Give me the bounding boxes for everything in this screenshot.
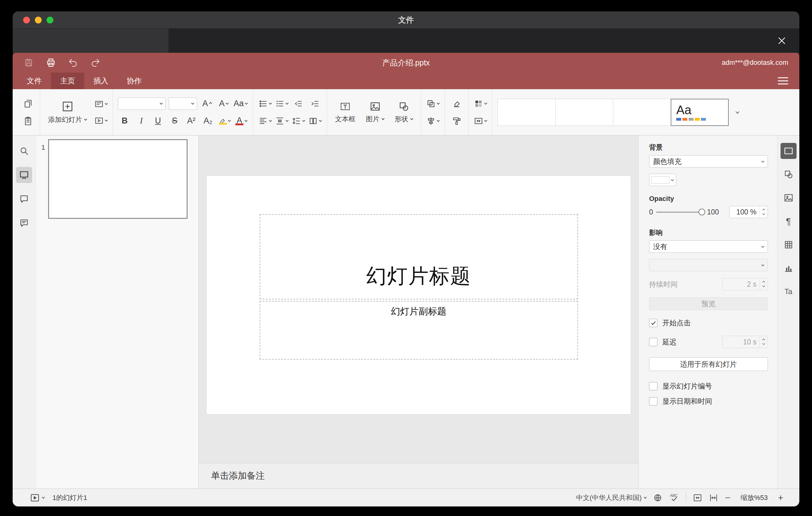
textart-settings-icon: Ta [785, 287, 792, 296]
zoom-traffic-button[interactable] [47, 17, 53, 24]
tab-file[interactable]: 文件 [18, 73, 51, 89]
arrange-shapes-button[interactable] [426, 97, 440, 111]
insert-textbox-button[interactable]: 文本框 [332, 95, 358, 129]
insert-image-button[interactable]: 图片 [363, 95, 387, 129]
undo-button[interactable] [68, 58, 78, 67]
delay-checkbox[interactable] [649, 338, 658, 346]
clear-style-button[interactable] [450, 97, 463, 111]
slide-settings-button[interactable] [781, 143, 796, 159]
start-on-click-checkbox[interactable] [649, 319, 658, 327]
slide-thumbnail[interactable] [48, 139, 187, 219]
feedback-button[interactable] [16, 215, 32, 231]
save-icon [24, 58, 34, 67]
table-settings-button[interactable] [781, 237, 796, 253]
italic-button[interactable]: I [135, 114, 148, 128]
theme-option-3[interactable] [613, 99, 671, 126]
fit-width-button[interactable] [709, 493, 718, 503]
menu-button[interactable] [778, 78, 788, 85]
start-slideshow-button[interactable] [94, 114, 108, 127]
chart-settings-button[interactable] [781, 260, 796, 276]
tab-insert[interactable]: 插入 [84, 73, 118, 89]
copy-style-button[interactable] [450, 114, 463, 128]
insert-shape-button[interactable]: 形状 [392, 95, 416, 129]
change-case-button[interactable]: Aa [234, 97, 248, 111]
columns-button[interactable] [308, 114, 322, 128]
copy-button[interactable] [21, 97, 35, 111]
shape-settings-button[interactable] [781, 166, 796, 182]
tab-home[interactable]: 主页 [51, 73, 84, 89]
effect-select[interactable]: 没有 [649, 240, 768, 253]
redo-button[interactable] [90, 58, 100, 67]
notes-area[interactable]: 单击添加备注 [199, 463, 638, 489]
title-placeholder[interactable]: 幻灯片标题 [259, 214, 578, 299]
superscript-button[interactable]: A² [184, 114, 198, 128]
highlight-color-button[interactable] [218, 114, 231, 128]
numbering-button[interactable] [275, 97, 288, 111]
subtitle-placeholder[interactable]: 幻灯片副标题 [259, 301, 578, 360]
show-slide-number-checkbox[interactable] [649, 382, 658, 391]
slide[interactable]: 幻灯片标题 幻灯片副标题 [206, 176, 631, 414]
show-date-time-checkbox[interactable] [649, 397, 658, 405]
font-size-select[interactable] [169, 97, 197, 110]
font-name-select[interactable] [118, 97, 166, 110]
delay-spinner[interactable]: 10 s [722, 336, 768, 348]
spinner-arrows[interactable] [759, 278, 767, 290]
tab-collaboration[interactable]: 协作 [118, 73, 151, 89]
theme-gallery-expand-button[interactable] [729, 99, 746, 126]
apply-to-all-button[interactable]: 适用于所有幻灯片 [649, 357, 768, 371]
print-icon [46, 58, 56, 67]
document-language-button[interactable] [653, 493, 662, 503]
spinner-arrows[interactable] [759, 336, 767, 348]
font-color-button[interactable]: A [234, 114, 248, 128]
language-select[interactable]: 中文(中华人民共和国) [576, 493, 646, 503]
change-layout-button[interactable] [94, 97, 108, 111]
paragraph-settings-button[interactable]: ¶ [781, 213, 796, 229]
spellcheck-button[interactable]: ABC [669, 493, 679, 503]
decrease-font-button[interactable]: A [217, 97, 230, 111]
theme-option-selected[interactable]: Aa [671, 99, 729, 126]
fit-slide-button[interactable] [693, 493, 702, 503]
fill-color-select[interactable] [649, 174, 676, 186]
line-spacing-button[interactable] [292, 114, 305, 128]
color-scheme-button[interactable] [473, 97, 487, 111]
preview-button[interactable]: 预览 [649, 297, 768, 310]
close-traffic-button[interactable] [23, 17, 30, 24]
chevron-down-icon [84, 118, 87, 121]
align-shapes-button[interactable] [426, 114, 440, 128]
effect-type-select[interactable] [649, 259, 768, 271]
horizontal-align-button[interactable] [258, 114, 272, 128]
duration-spinner[interactable]: 2 s [722, 278, 768, 290]
image-settings-button[interactable] [781, 190, 796, 206]
increase-indent-button[interactable] [308, 97, 322, 111]
vertical-align-button[interactable] [275, 114, 288, 128]
slide-size-button[interactable] [473, 114, 487, 128]
theme-option-1[interactable] [498, 99, 556, 126]
paste-button[interactable] [21, 114, 35, 128]
close-dialog-button[interactable] [775, 34, 789, 48]
strikeout-button[interactable]: S [168, 114, 181, 128]
opacity-slider[interactable] [656, 206, 704, 218]
print-button[interactable] [46, 58, 56, 67]
search-button[interactable] [16, 143, 32, 159]
increase-font-button[interactable]: A [200, 97, 214, 111]
zoom-out-button[interactable]: − [725, 492, 730, 503]
minimize-traffic-button[interactable] [35, 17, 42, 24]
opacity-spinner[interactable]: 100 % [729, 206, 768, 218]
bold-button[interactable]: B [118, 114, 132, 128]
add-slide-button[interactable]: 添加幻灯片 [45, 95, 90, 129]
slides-panel-button[interactable] [16, 167, 32, 183]
save-button[interactable] [24, 58, 34, 67]
start-preview-button[interactable] [30, 493, 45, 503]
fill-type-select[interactable]: 颜色填充 [649, 155, 768, 168]
decrease-indent-button[interactable] [292, 97, 305, 111]
spinner-arrows[interactable] [759, 206, 767, 218]
theme-option-2[interactable] [555, 99, 613, 126]
chevron-down-icon [105, 102, 108, 105]
zoom-in-button[interactable]: + [778, 492, 783, 503]
bullets-button[interactable] [258, 97, 272, 111]
slider-knob[interactable] [698, 209, 705, 216]
subscript-button[interactable]: A₂ [201, 114, 215, 128]
textart-settings-button[interactable]: Ta [781, 284, 796, 300]
comments-button[interactable] [16, 191, 32, 207]
underline-button[interactable]: U [151, 114, 165, 128]
